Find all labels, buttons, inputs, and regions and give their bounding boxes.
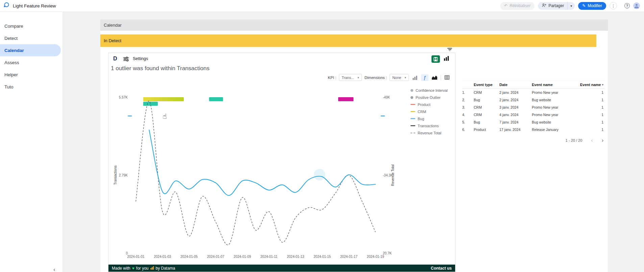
sidebar-collapse-button[interactable]: ‹ bbox=[53, 267, 55, 272]
filter-icon[interactable] bbox=[447, 48, 452, 52]
table-cell: 1 bbox=[573, 128, 605, 132]
app-logo-icon bbox=[3, 2, 9, 9]
sidebar-list: CompareDetectCalendarAssessHelperTuto bbox=[0, 20, 63, 93]
svg-text:2024-01-11: 2024-01-11 bbox=[261, 255, 278, 259]
in-detect-banner: In Detect bbox=[100, 34, 596, 47]
legend-item-crm[interactable]: CRM bbox=[411, 108, 454, 115]
undo-icon: ↶ bbox=[504, 3, 507, 8]
legend-label: Product bbox=[418, 103, 430, 107]
reset-button[interactable]: ↶ Réinitialiser bbox=[500, 2, 535, 10]
user-avatar[interactable] bbox=[633, 2, 640, 9]
table-cell: 4. bbox=[462, 113, 474, 117]
sidebar-item-compare[interactable]: Compare bbox=[0, 20, 61, 32]
main-panel: Calendar In Detect D Settings 1 outlier … bbox=[100, 20, 608, 272]
table-cell: 2. bbox=[462, 98, 474, 102]
edit-label: Modifier bbox=[588, 3, 602, 8]
share-dropdown-button[interactable]: ▾ bbox=[567, 2, 575, 10]
svg-text:2024-01-17: 2024-01-17 bbox=[340, 255, 358, 259]
table-row: 1.CRM2 janv. 2024Promo New year1 bbox=[462, 89, 605, 96]
sidebar-item-detect[interactable]: Detect bbox=[0, 32, 61, 44]
legend-item-bug[interactable]: Bug bbox=[411, 115, 454, 122]
app-title: Light Feature Review bbox=[13, 3, 56, 8]
legend-item-confidence-interval[interactable]: Confidence Interval bbox=[411, 87, 454, 94]
footer-text: for you bbox=[136, 266, 149, 271]
table-cell: 1 bbox=[573, 98, 605, 102]
more-options-button[interactable]: ⋮ bbox=[610, 2, 617, 9]
pagination-next-button[interactable]: › bbox=[602, 137, 603, 143]
table-cell: 1 bbox=[573, 120, 605, 124]
section-header: Calendar bbox=[100, 20, 608, 31]
table-cell: 1. bbox=[462, 90, 474, 94]
chart-emoji-icon bbox=[150, 266, 154, 271]
pagination-prev-button[interactable]: ‹ bbox=[591, 137, 593, 143]
events-panel: Event type Date Event name Event name ▾ … bbox=[462, 81, 605, 143]
brand: Light Feature Review bbox=[3, 2, 56, 9]
svg-text:2024-01-19: 2024-01-19 bbox=[367, 255, 385, 259]
legend-marker-icon bbox=[411, 118, 415, 119]
svg-text:5.57K: 5.57K bbox=[119, 96, 128, 99]
svg-text:20.7K: 20.7K bbox=[383, 251, 392, 255]
table-cell: Bug bbox=[474, 98, 499, 102]
svg-text:2024-01-07: 2024-01-07 bbox=[207, 255, 225, 259]
chevron-down-icon: ▾ bbox=[570, 4, 572, 8]
banner-title: In Detect bbox=[104, 38, 121, 43]
table-cell: CRM bbox=[474, 90, 499, 94]
sidebar-item-assess[interactable]: Assess bbox=[0, 56, 61, 69]
table-cell: Bug bbox=[474, 120, 499, 124]
legend-item-product[interactable]: Product bbox=[411, 101, 454, 108]
table-cell: 3. bbox=[462, 105, 474, 109]
table-cell: Product bbox=[474, 128, 499, 132]
legend-marker-icon bbox=[411, 96, 413, 99]
table-cell: CRM bbox=[474, 113, 499, 117]
table-header-date[interactable]: Date bbox=[499, 83, 532, 87]
chart-card: D Settings 1 outlier was found within Tr… bbox=[108, 53, 455, 272]
pencil-icon: ✎ bbox=[582, 3, 586, 8]
table-cell: Bug website bbox=[532, 98, 573, 102]
sort-caret-icon: ▾ bbox=[602, 83, 603, 86]
table-cell: 5. bbox=[462, 120, 474, 124]
chart-canvas[interactable]: 5.57K2.79K0-49K-34.3K20.7K2024-01-012024… bbox=[108, 53, 456, 266]
footer-text: by Datama bbox=[156, 266, 175, 271]
sidebar: CompareDetectCalendarAssessHelperTuto ‹ bbox=[0, 12, 63, 272]
legend-label: Positive Outlier bbox=[416, 96, 441, 100]
table-cell: 3 janv. 2024 bbox=[499, 105, 532, 109]
footer-text: Made with bbox=[112, 266, 130, 271]
table-row: 2.Bug2 janv. 2024Bug website1 bbox=[462, 96, 605, 104]
pagination-range: 1 - 20 / 20 bbox=[566, 138, 583, 142]
table-cell: Release January bbox=[532, 128, 573, 132]
sidebar-item-helper[interactable]: Helper bbox=[0, 69, 61, 81]
svg-text:2024-01-03: 2024-01-03 bbox=[154, 255, 171, 259]
table-header-event-name[interactable]: Event name bbox=[532, 83, 573, 87]
legend-label: Bug bbox=[418, 117, 424, 121]
person-icon bbox=[633, 2, 640, 9]
share-split-button: Partager ▾ bbox=[538, 2, 575, 10]
svg-text:-49K: -49K bbox=[383, 96, 390, 99]
table-cell: Promo New year bbox=[532, 90, 573, 94]
table-header-event-name-sort[interactable]: Event name ▾ bbox=[573, 83, 605, 87]
cursor-hand-icon: ☝ bbox=[163, 112, 167, 120]
svg-text:2024-01-01: 2024-01-01 bbox=[127, 255, 145, 259]
table-cell: 1 bbox=[573, 113, 605, 117]
table-header-event-type[interactable]: Event type bbox=[474, 83, 499, 87]
legend-item-transactions[interactable]: Transactions bbox=[411, 122, 454, 129]
legend-marker-icon bbox=[411, 89, 413, 92]
chart-legend: Confidence IntervalPositive OutlierProdu… bbox=[411, 87, 454, 136]
share-button[interactable]: Partager bbox=[538, 2, 567, 10]
table-cell: 1 bbox=[573, 90, 605, 94]
legend-label: Confidence Interval bbox=[416, 88, 448, 92]
section-title: Calendar bbox=[104, 23, 122, 28]
sidebar-item-tuto[interactable]: Tuto bbox=[0, 81, 61, 93]
svg-text:2024-01-09: 2024-01-09 bbox=[234, 255, 251, 259]
help-button[interactable]: ? bbox=[624, 3, 630, 8]
sidebar-item-calendar[interactable]: Calendar bbox=[0, 44, 61, 56]
table-header-label: Event name bbox=[580, 83, 601, 87]
events-rows: 1.CRM2 janv. 2024Promo New year12.Bug2 j… bbox=[462, 89, 605, 133]
legend-marker-icon bbox=[411, 133, 415, 133]
contact-us-link[interactable]: Contact us bbox=[431, 266, 452, 271]
table-cell: 17 janv. 2024 bbox=[499, 128, 532, 132]
legend-item-positive-outlier[interactable]: Positive Outlier bbox=[411, 94, 454, 101]
svg-text:2024-01-13: 2024-01-13 bbox=[287, 255, 304, 259]
table-cell: 2 janv. 2024 bbox=[499, 98, 532, 102]
legend-item-revenue-total[interactable]: Revenue Total bbox=[411, 129, 454, 136]
edit-button[interactable]: ✎ Modifier bbox=[578, 2, 606, 10]
